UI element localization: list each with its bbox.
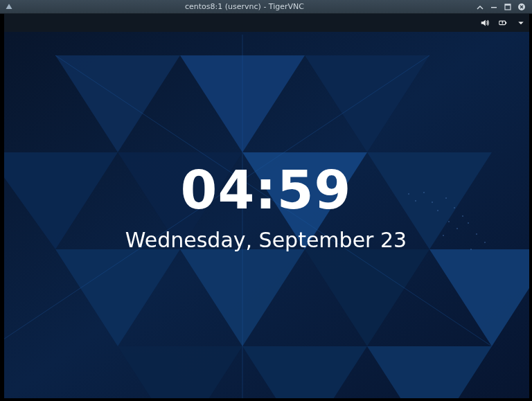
- svg-marker-41: [502, 21, 504, 24]
- svg-rect-1: [491, 7, 497, 8]
- clock-date: Wednesday, September 23: [0, 228, 532, 252]
- close-button[interactable]: [515, 1, 528, 12]
- restore-button[interactable]: [488, 1, 500, 12]
- volume-icon[interactable]: [479, 17, 490, 28]
- chevron-down-icon[interactable]: [515, 17, 526, 28]
- svg-marker-0: [6, 3, 12, 9]
- remote-session[interactable]: 04:59 Wednesday, September 23: [0, 14, 532, 401]
- svg-rect-40: [506, 22, 506, 24]
- vnc-titlebar: centos8:1 (uservnc) - TigerVNC: [0, 0, 532, 14]
- battery-icon[interactable]: [497, 17, 508, 28]
- top-status-bar: [0, 14, 532, 32]
- vnc-app-icon: [4, 2, 14, 12]
- minimize-button[interactable]: [474, 1, 486, 12]
- svg-rect-3: [505, 4, 511, 6]
- lock-screen-clock: 04:59 Wednesday, September 23: [0, 159, 532, 252]
- svg-marker-38: [481, 20, 486, 26]
- window-title: centos8:1 (uservnc) - TigerVNC: [185, 2, 304, 11]
- svg-marker-42: [518, 22, 524, 25]
- clock-time: 04:59: [0, 159, 532, 221]
- maximize-button[interactable]: [502, 1, 514, 12]
